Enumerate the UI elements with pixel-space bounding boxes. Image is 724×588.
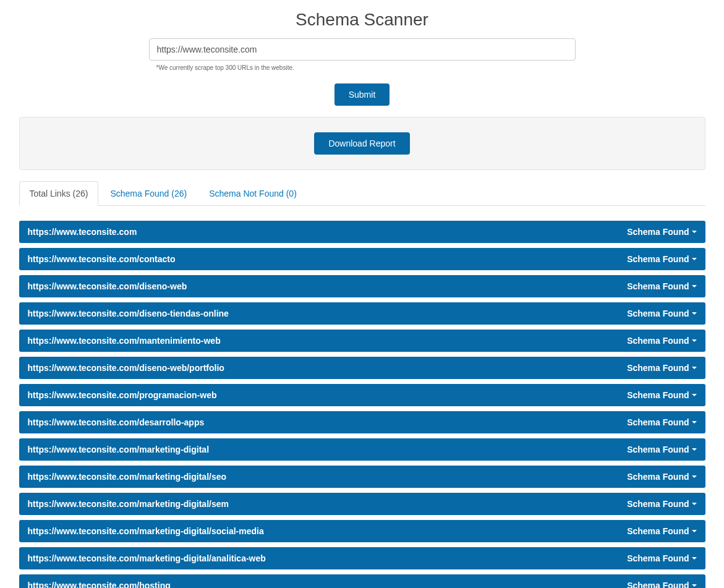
- result-status[interactable]: Schema Found: [627, 581, 696, 588]
- download-report-button[interactable]: Download Report: [314, 132, 409, 155]
- result-row[interactable]: https://www.teconsite.com/hostingSchema …: [19, 574, 705, 588]
- result-url: https://www.teconsite.com/marketing-digi…: [28, 472, 227, 482]
- results-list: https://www.teconsite.comSchema Foundhtt…: [19, 221, 705, 588]
- result-url: https://www.teconsite.com/diseno-web/por…: [28, 363, 224, 373]
- result-status[interactable]: Schema Found: [627, 417, 696, 427]
- caret-down-icon: [692, 530, 697, 532]
- result-row[interactable]: https://www.teconsite.com/mantenimiento-…: [19, 330, 705, 352]
- scrape-note: *We currently scrape top 300 URLs in the…: [149, 64, 576, 71]
- caret-down-icon: [692, 448, 697, 451]
- result-row[interactable]: https://www.teconsite.com/marketing-digi…: [19, 547, 705, 569]
- caret-down-icon: [692, 475, 697, 478]
- result-row[interactable]: https://www.teconsite.com/marketing-digi…: [19, 438, 705, 461]
- result-url: https://www.teconsite.com/contacto: [28, 254, 176, 264]
- result-status-label: Schema Found: [627, 553, 689, 563]
- result-url: https://www.teconsite.com/marketing-digi…: [28, 526, 264, 536]
- caret-down-icon: [692, 503, 697, 505]
- result-status[interactable]: Schema Found: [627, 390, 696, 400]
- result-status-label: Schema Found: [627, 336, 689, 346]
- result-status[interactable]: Schema Found: [627, 309, 696, 318]
- caret-down-icon: [692, 367, 697, 369]
- result-status[interactable]: Schema Found: [627, 526, 696, 536]
- result-status[interactable]: Schema Found: [627, 363, 696, 373]
- result-status-label: Schema Found: [627, 227, 689, 237]
- result-status[interactable]: Schema Found: [627, 254, 696, 264]
- caret-down-icon: [692, 421, 697, 424]
- result-url: https://www.teconsite.com/marketing-digi…: [28, 499, 229, 509]
- result-status-label: Schema Found: [627, 417, 689, 427]
- tabs: Total Links (26) Schema Found (26) Schem…: [19, 181, 705, 206]
- result-status-label: Schema Found: [627, 363, 689, 373]
- submit-button[interactable]: Submit: [334, 83, 390, 106]
- result-status-label: Schema Found: [627, 581, 689, 588]
- tab-schema-found[interactable]: Schema Found (26): [100, 181, 197, 205]
- result-row[interactable]: https://www.teconsite.comSchema Found: [19, 221, 705, 243]
- result-status[interactable]: Schema Found: [627, 336, 696, 346]
- result-status[interactable]: Schema Found: [627, 445, 696, 454]
- result-status[interactable]: Schema Found: [627, 281, 696, 291]
- caret-down-icon: [692, 557, 697, 560]
- caret-down-icon: [692, 584, 697, 587]
- caret-down-icon: [692, 231, 697, 233]
- tab-total-links[interactable]: Total Links (26): [19, 181, 99, 206]
- result-status[interactable]: Schema Found: [627, 472, 696, 482]
- caret-down-icon: [692, 394, 697, 396]
- result-row[interactable]: https://www.teconsite.com/marketing-digi…: [19, 520, 705, 542]
- caret-down-icon: [692, 258, 697, 260]
- result-status[interactable]: Schema Found: [627, 553, 696, 563]
- url-input[interactable]: [149, 38, 576, 61]
- result-url: https://www.teconsite.com/marketing-digi…: [28, 445, 210, 454]
- result-status-label: Schema Found: [627, 472, 689, 482]
- result-row[interactable]: https://www.teconsite.com/diseno-webSche…: [19, 275, 705, 297]
- result-status-label: Schema Found: [627, 281, 689, 291]
- result-status-label: Schema Found: [627, 309, 689, 318]
- result-status-label: Schema Found: [627, 526, 689, 536]
- result-row[interactable]: https://www.teconsite.com/marketing-digi…: [19, 493, 705, 515]
- caret-down-icon: [692, 312, 697, 315]
- result-url: https://www.teconsite.com/programacion-w…: [28, 390, 217, 400]
- result-row[interactable]: https://www.teconsite.com/diseno-tiendas…: [19, 302, 705, 325]
- result-status[interactable]: Schema Found: [627, 227, 696, 237]
- result-row[interactable]: https://www.teconsite.com/programacion-w…: [19, 384, 705, 406]
- result-row[interactable]: https://www.teconsite.com/diseno-web/por…: [19, 357, 705, 379]
- page-title: Schema Scanner: [19, 10, 705, 30]
- result-url: https://www.teconsite.com/desarrollo-app…: [28, 417, 205, 427]
- result-url: https://www.teconsite.com/hosting: [28, 581, 171, 588]
- result-url: https://www.teconsite.com/diseno-web: [28, 281, 187, 291]
- caret-down-icon: [692, 339, 697, 342]
- result-status-label: Schema Found: [627, 390, 689, 400]
- caret-down-icon: [692, 285, 697, 288]
- report-panel: Download Report: [19, 117, 705, 170]
- result-url: https://www.teconsite.com: [28, 227, 137, 237]
- result-status-label: Schema Found: [627, 254, 689, 264]
- result-status-label: Schema Found: [627, 499, 689, 509]
- result-url: https://www.teconsite.com/marketing-digi…: [28, 553, 266, 563]
- result-row[interactable]: https://www.teconsite.com/marketing-digi…: [19, 466, 705, 488]
- result-row[interactable]: https://www.teconsite.com/contactoSchema…: [19, 248, 705, 270]
- tab-schema-not-found[interactable]: Schema Not Found (0): [198, 181, 307, 205]
- result-row[interactable]: https://www.teconsite.com/desarrollo-app…: [19, 411, 705, 433]
- result-url: https://www.teconsite.com/mantenimiento-…: [28, 336, 221, 346]
- result-status-label: Schema Found: [627, 445, 689, 454]
- result-status[interactable]: Schema Found: [627, 499, 696, 509]
- result-url: https://www.teconsite.com/diseno-tiendas…: [28, 309, 229, 318]
